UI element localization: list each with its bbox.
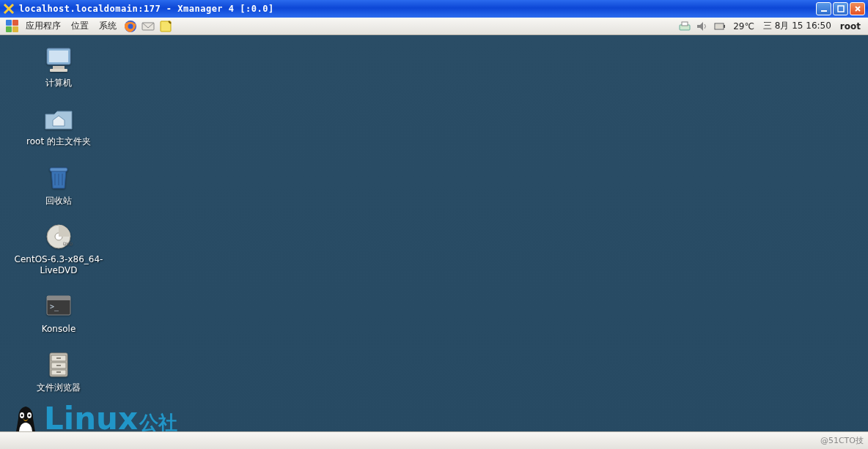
- window-controls: [816, 2, 865, 15]
- close-button[interactable]: [850, 2, 865, 15]
- applications-menu-icon[interactable]: [4, 19, 19, 34]
- desktop-icon-filebrowser[interactable]: 文件浏览器: [7, 350, 110, 393]
- notes-icon[interactable]: [158, 19, 173, 34]
- terminal-icon: >_: [43, 292, 75, 321]
- svg-rect-10: [716, 24, 723, 29]
- svg-rect-13: [53, 66, 65, 69]
- mail-icon[interactable]: [141, 19, 155, 34]
- svg-text:DVD: DVD: [63, 241, 73, 246]
- desktop-icon-label: 回收站: [45, 196, 72, 206]
- desktop-icon-label: Konsole: [42, 324, 76, 334]
- svg-rect-27: [56, 365, 61, 366]
- window-titlebar: localhost.localdomain:177 - Xmanager 4 […: [0, 0, 868, 18]
- svg-rect-28: [56, 371, 61, 373]
- desktop-icon-dvd[interactable]: DVD CentOS-6.3-x86_64- LiveDVD: [7, 222, 110, 275]
- places-menu[interactable]: 位置: [66, 20, 94, 32]
- desktop-icons: 计算机 root 的主文件夹 回收站: [7, 45, 110, 393]
- desktop-icon-label: CentOS-6.3-x86_64- LiveDVD: [15, 254, 103, 275]
- bottom-panel-text: @51CTO技: [820, 435, 864, 446]
- minimize-button[interactable]: [816, 2, 831, 15]
- user-menu[interactable]: root: [836, 21, 865, 31]
- applications-menu[interactable]: 应用程序: [21, 20, 66, 32]
- file-cabinet-icon: [43, 350, 75, 379]
- xmanager-icon: [3, 3, 15, 15]
- svg-point-33: [27, 412, 32, 418]
- svg-point-31: [20, 412, 24, 418]
- window-title: localhost.localdomain:177 - Xmanager 4 […: [19, 4, 816, 14]
- desktop[interactable]: 计算机 root 的主文件夹 回收站: [0, 35, 868, 449]
- bottom-panel: @51CTO技: [0, 431, 868, 449]
- desktop-icon-label: root 的主文件夹: [26, 136, 91, 146]
- svg-rect-0: [821, 10, 827, 12]
- svg-rect-7: [682, 22, 688, 26]
- volume-icon[interactable]: [695, 19, 710, 34]
- temperature-indicator[interactable]: 29℃: [729, 21, 759, 31]
- firefox-icon[interactable]: [123, 19, 138, 34]
- svg-rect-26: [56, 357, 61, 359]
- battery-icon[interactable]: [713, 19, 727, 34]
- trash-icon: [43, 163, 75, 193]
- svg-point-3: [128, 23, 133, 29]
- system-menu[interactable]: 系统: [94, 20, 122, 32]
- svg-rect-1: [838, 6, 844, 12]
- desktop-icon-home[interactable]: root 的主文件夹: [7, 104, 110, 146]
- svg-rect-14: [50, 69, 67, 72]
- watermark-title: Linux公社: [44, 404, 180, 434]
- maximize-button[interactable]: [833, 2, 848, 15]
- svg-rect-20: [47, 296, 70, 300]
- svg-point-34: [29, 415, 31, 417]
- clock[interactable]: 三 8月 15 16:50: [759, 20, 836, 32]
- svg-rect-12: [49, 51, 68, 62]
- svg-rect-9: [724, 25, 725, 28]
- svg-text:>_: >_: [50, 303, 59, 311]
- desktop-icon-label: 计算机: [45, 78, 72, 88]
- desktop-icon-konsole[interactable]: >_ Konsole: [7, 292, 110, 334]
- svg-rect-15: [50, 168, 67, 171]
- home-folder-icon: [43, 104, 75, 133]
- svg-point-32: [21, 415, 23, 417]
- computer-icon: [43, 45, 75, 75]
- desktop-icon-label: 文件浏览器: [37, 382, 81, 393]
- dvd-icon: DVD: [43, 222, 75, 251]
- desktop-icon-trash[interactable]: 回收站: [7, 163, 110, 206]
- desktop-icon-computer[interactable]: 计算机: [7, 45, 110, 88]
- printer-icon[interactable]: [677, 19, 692, 34]
- top-panel: 应用程序 位置 系统 29℃ 三 8月 15 16:50 root: [0, 18, 868, 35]
